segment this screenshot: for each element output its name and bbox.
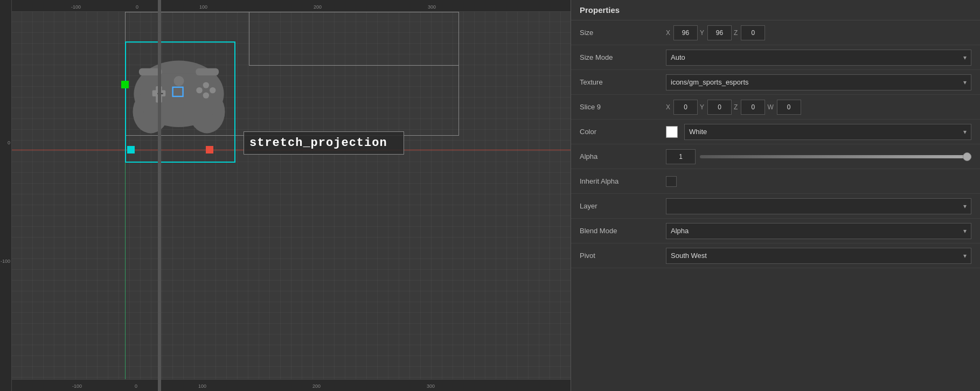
- handle-left-mid[interactable]: [127, 146, 135, 153]
- slice9-y-input[interactable]: [707, 100, 732, 115]
- texture-arrow: ▾: [963, 79, 967, 86]
- alpha-slider[interactable]: [700, 155, 971, 158]
- svg-point-8: [203, 82, 209, 88]
- color-swatch[interactable]: [666, 126, 678, 138]
- blend-mode-dropdown[interactable]: Alpha ▾: [666, 223, 971, 239]
- layer-value: ▾: [666, 198, 971, 214]
- layer-arrow: ▾: [963, 203, 967, 210]
- pivot-dropdown[interactable]: South West ▾: [666, 248, 971, 264]
- ruler-top: -100 0 100 200 300: [0, 0, 571, 12]
- blend-mode-arrow: ▾: [963, 227, 967, 235]
- inherit-alpha-value: [666, 176, 971, 187]
- color-value: White ▾: [666, 124, 971, 140]
- pivot-arrow: ▾: [963, 252, 967, 260]
- size-x-label: X: [666, 29, 670, 37]
- inherit-alpha-checkbox[interactable]: [666, 176, 677, 187]
- pivot-value: South West ▾: [666, 248, 971, 264]
- slice9-value: X Y Z W: [666, 100, 971, 115]
- ruler-bottom: -100 0 100 200 300: [12, 379, 571, 391]
- size-y-label: Y: [700, 29, 704, 37]
- size-mode-dropdown[interactable]: Auto ▾: [666, 50, 971, 66]
- color-arrow: ▾: [963, 128, 967, 136]
- canvas-area[interactable]: -100 0 100 200 300 0 -100: [0, 0, 571, 391]
- texture-value: icons/gm_sports_esports ▾: [666, 74, 971, 90]
- inner-rect-tr: [249, 12, 459, 66]
- slice9-z-label: Z: [734, 103, 738, 111]
- canvas-content: + stretch_projection: [12, 12, 571, 391]
- size-z-label: Z: [734, 29, 738, 37]
- prop-row-pivot: Pivot South West ▾: [571, 243, 980, 268]
- slice9-w-label: W: [767, 103, 773, 111]
- prop-row-size-mode: Size Mode Auto ▾: [571, 45, 980, 70]
- handle-right-mid[interactable]: [206, 146, 213, 153]
- slice9-z-input[interactable]: [741, 100, 765, 115]
- layer-dropdown[interactable]: ▾: [666, 198, 971, 214]
- svg-point-7: [196, 87, 202, 93]
- size-x-input[interactable]: [673, 25, 698, 40]
- size-y-input[interactable]: [707, 25, 732, 40]
- blend-mode-value: Alpha ▾: [666, 223, 971, 239]
- size-z-input[interactable]: [741, 25, 765, 40]
- slice9-label: Slice 9: [580, 103, 666, 111]
- svg-rect-13: [196, 68, 219, 75]
- handle-top-left[interactable]: [121, 81, 129, 88]
- properties-header: Properties: [571, 0, 980, 20]
- color-dropdown[interactable]: White ▾: [684, 124, 971, 140]
- svg-point-9: [203, 92, 209, 98]
- prop-row-size: Size X Y Z: [571, 20, 980, 45]
- split-divider[interactable]: [158, 0, 161, 391]
- alpha-input[interactable]: [666, 149, 696, 164]
- size-value: X Y Z: [666, 25, 971, 40]
- alpha-label: Alpha: [580, 152, 666, 160]
- controller-sprite[interactable]: +: [128, 44, 230, 146]
- stretch-projection-label: stretch_projection: [244, 131, 404, 155]
- slice9-w-input[interactable]: [777, 100, 801, 115]
- size-mode-value: Auto ▾: [666, 50, 971, 66]
- size-mode-label: Size Mode: [580, 53, 666, 61]
- slice9-y-label: Y: [700, 103, 704, 111]
- prop-row-slice9: Slice 9 X Y Z W: [571, 95, 980, 120]
- alpha-thumb[interactable]: [963, 152, 971, 161]
- pivot-label: Pivot: [580, 252, 666, 260]
- prop-row-alpha: Alpha: [571, 144, 980, 169]
- texture-label: Texture: [580, 78, 666, 86]
- svg-point-10: [210, 87, 216, 93]
- prop-row-blend-mode: Blend Mode Alpha ▾: [571, 219, 980, 243]
- prop-row-color: Color White ▾: [571, 120, 980, 144]
- controller-icon: +: [128, 44, 230, 138]
- prop-row-inherit-alpha: Inherit Alpha: [571, 169, 980, 194]
- alpha-value: [666, 149, 971, 164]
- size-mode-arrow: ▾: [963, 54, 967, 61]
- prop-row-layer: Layer ▾: [571, 194, 980, 219]
- texture-dropdown[interactable]: icons/gm_sports_esports ▾: [666, 74, 971, 90]
- properties-panel: Properties Size X Y Z Size Mode Auto ▾ T…: [571, 0, 980, 391]
- inherit-alpha-label: Inherit Alpha: [580, 177, 666, 185]
- svg-point-14: [174, 76, 184, 86]
- blend-mode-label: Blend Mode: [580, 227, 666, 235]
- color-label: Color: [580, 128, 666, 136]
- ruler-left: 0 -100: [0, 0, 12, 391]
- prop-row-texture: Texture icons/gm_sports_esports ▾: [571, 70, 980, 95]
- slice9-x-label: X: [666, 103, 670, 111]
- size-label: Size: [580, 29, 666, 37]
- slice9-x-input[interactable]: [673, 100, 698, 115]
- layer-label: Layer: [580, 202, 666, 210]
